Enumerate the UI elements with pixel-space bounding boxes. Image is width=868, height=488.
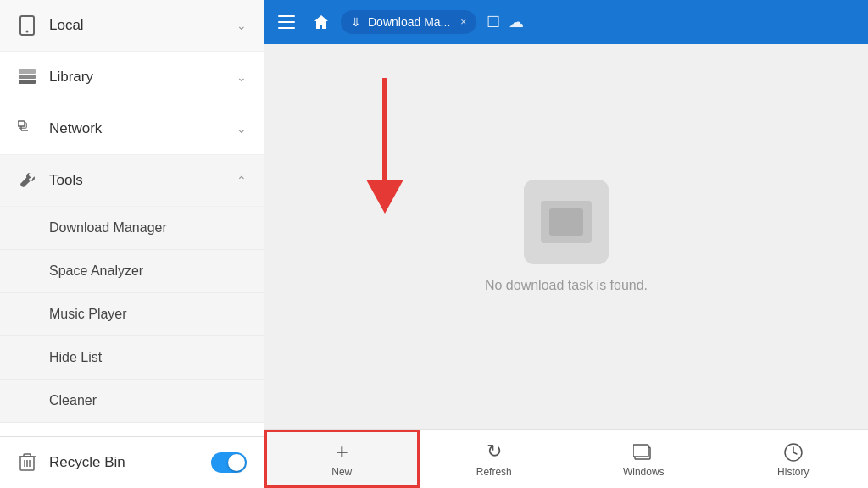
cloud-icon[interactable]: ☁ <box>509 13 524 31</box>
recycle-bin-toggle[interactable] <box>211 452 247 473</box>
toggle-knob <box>228 454 245 471</box>
empty-state-icon <box>524 180 609 264</box>
history-button[interactable]: History <box>719 430 869 488</box>
chevron-up-icon: ⌃ <box>236 174 247 187</box>
layers-icon <box>17 67 37 87</box>
header-bar: ⇓ Download Ma... × ☐ ☁ <box>264 0 868 44</box>
recycle-bin-label: Recycle Bin <box>49 454 125 471</box>
sidebar-item-space-analyzer[interactable]: Space Analyzer <box>0 250 264 293</box>
svg-rect-3 <box>19 75 36 79</box>
sidebar-network-label: Network <box>49 120 102 137</box>
tab-label: Download Ma... <box>368 15 450 29</box>
sidebar-tools-label: Tools <box>49 172 83 189</box>
download-icon: ⇓ <box>351 15 361 29</box>
sidebar-library-label: Library <box>49 69 93 86</box>
sidebar-local-label: Local <box>49 17 84 34</box>
svg-rect-17 <box>633 445 648 457</box>
chevron-down-icon: ⌄ <box>236 70 247 84</box>
new-label: New <box>331 466 352 478</box>
mobile-icon <box>17 15 37 36</box>
sidebar-item-local[interactable]: Local ⌄ <box>0 0 264 52</box>
history-icon <box>783 440 804 462</box>
chat-icon[interactable]: ☐ <box>487 13 500 31</box>
sidebar-item-recycle-bin[interactable]: Recycle Bin <box>0 436 264 488</box>
arrow-annotation <box>366 78 403 214</box>
trash-icon <box>17 452 37 473</box>
windows-button[interactable]: Windows <box>569 430 719 488</box>
svg-rect-12 <box>24 454 31 457</box>
sidebar-item-hide-list[interactable]: Hide List <box>0 336 264 380</box>
windows-label: Windows <box>623 466 665 478</box>
sidebar-item-download-manager[interactable]: Download Manager <box>0 207 264 250</box>
sidebar-item-tools[interactable]: Tools ⌃ <box>0 155 264 207</box>
chevron-down-icon: ⌄ <box>236 19 247 32</box>
svg-rect-2 <box>19 80 36 84</box>
windows-icon <box>633 441 654 463</box>
download-manager-tab[interactable]: ⇓ Download Ma... × <box>341 10 476 34</box>
wrench-icon <box>17 170 37 191</box>
network-icon <box>17 119 37 139</box>
svg-rect-7 <box>18 121 25 126</box>
content-area: No download task is found. <box>264 44 868 429</box>
sidebar-item-cleaner[interactable]: Cleaner <box>0 380 264 423</box>
main-area: ⇓ Download Ma... × ☐ ☁ No download task … <box>264 0 868 488</box>
sidebar-item-library[interactable]: Library ⌄ <box>0 52 264 103</box>
tools-sub-menu: Download Manager Space Analyzer Music Pl… <box>0 207 264 423</box>
plus-icon: + <box>336 441 348 463</box>
tab-close-button[interactable]: × <box>460 16 466 28</box>
sidebar: Local ⌄ Library ⌄ <box>0 0 264 488</box>
history-label: History <box>777 466 809 478</box>
refresh-icon: ↻ <box>487 441 502 463</box>
refresh-label: Refresh <box>476 466 512 478</box>
bottom-toolbar: + New ↻ Refresh Windows Histo <box>264 429 868 488</box>
sidebar-item-music-player[interactable]: Music Player <box>0 293 264 336</box>
new-button[interactable]: + New <box>264 430 420 488</box>
home-button[interactable] <box>309 9 334 35</box>
hamburger-button[interactable] <box>271 7 302 37</box>
chevron-down-icon: ⌄ <box>236 122 247 136</box>
empty-message: No download task is found. <box>485 278 648 293</box>
svg-rect-4 <box>19 69 36 74</box>
refresh-button[interactable]: ↻ Refresh <box>420 430 570 488</box>
svg-point-1 <box>26 30 29 33</box>
sidebar-item-network[interactable]: Network ⌄ <box>0 103 264 155</box>
